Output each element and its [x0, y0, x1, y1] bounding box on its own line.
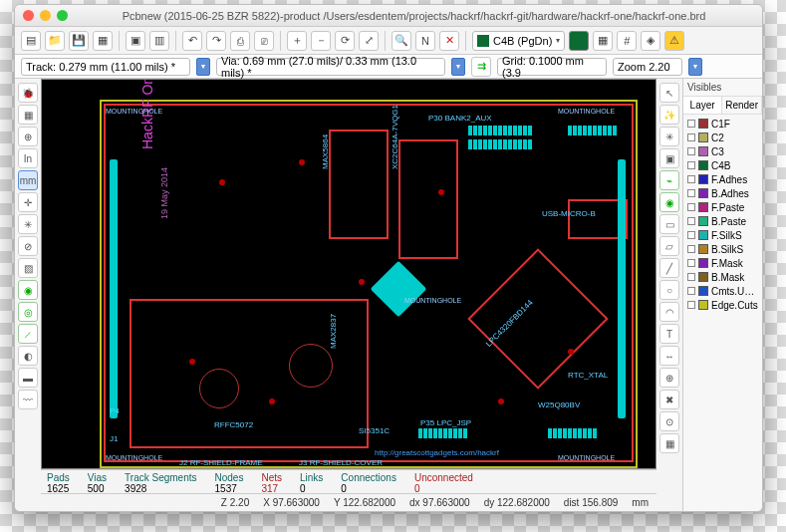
layer-color-swatch[interactable] [698, 133, 708, 142]
minimize-button[interactable] [40, 10, 51, 21]
layer-row-c2[interactable]: C2 [685, 131, 760, 144]
layer-row-b-paste[interactable]: B.Paste [685, 214, 760, 228]
layer-manager-icon[interactable] [569, 31, 589, 51]
page-settings-icon[interactable]: ▦ [93, 31, 113, 51]
layer-checkbox[interactable] [687, 175, 695, 183]
units-mm-icon[interactable]: mm [18, 170, 38, 190]
polar-icon[interactable]: ⊕ [18, 127, 38, 146]
layer-color-swatch[interactable] [698, 300, 708, 310]
save-icon[interactable]: 💾 [69, 31, 89, 51]
new-icon[interactable]: ▤ [21, 31, 41, 51]
layer-row-edge-cuts[interactable]: Edge.Cuts [685, 298, 760, 312]
add-zone-icon[interactable]: ▭ [659, 214, 679, 234]
add-via-icon[interactable]: ◉ [659, 192, 679, 212]
find-icon[interactable]: 🔍 [392, 31, 411, 51]
show-zones-icon[interactable]: ▨ [18, 258, 38, 278]
grid-select[interactable]: Grid: 0.1000 mm (3.9 [497, 58, 607, 76]
pad-fill-icon[interactable]: ◉ [18, 280, 38, 300]
units-in-icon[interactable]: In [18, 148, 38, 168]
layer-color-swatch[interactable] [698, 272, 708, 282]
grid-origin-icon[interactable]: ◈ [641, 31, 660, 51]
close-button[interactable] [23, 10, 34, 21]
layer-row-b-adhes[interactable]: B.Adhes [685, 186, 760, 200]
layer-checkbox[interactable] [687, 133, 695, 141]
track-width-select[interactable]: Track: 0.279 mm (11.00 mils) * [21, 58, 190, 76]
layer-select[interactable]: C4B (PgDn) ▾ [472, 31, 565, 51]
layer-row-f-adhes[interactable]: F.Adhes [685, 172, 760, 186]
highlight-net-icon[interactable]: ✨ [659, 105, 679, 125]
via-fill-icon[interactable]: ◎ [18, 302, 38, 322]
window-titlebar[interactable]: Pcbnew (2015-06-25 BZR 5822)-product /Us… [15, 5, 762, 27]
add-module-icon[interactable]: ▣ [659, 148, 679, 168]
cursor-icon[interactable]: ↖ [659, 83, 679, 103]
layer-checkbox[interactable] [687, 259, 695, 267]
layer-color-swatch[interactable] [698, 160, 708, 170]
layer-color-swatch[interactable] [698, 202, 708, 212]
zoom-select[interactable]: Zoom 2.20 [613, 58, 682, 76]
layer-color-swatch[interactable] [698, 146, 708, 156]
mw-toolbar-icon[interactable]: 〰 [18, 390, 38, 409]
layer-checkbox[interactable] [687, 147, 695, 155]
pcb-canvas[interactable]: HackRF One 19 May 2014 P30 BANK2_AUX USB… [41, 79, 656, 469]
auto-track-icon[interactable]: ⇉ [471, 57, 491, 77]
layer-color-swatch[interactable] [698, 230, 708, 240]
add-keepout-icon[interactable]: ▱ [659, 236, 679, 256]
layer-row-f-silks[interactable]: F.SilkS [685, 228, 760, 242]
layer-checkbox[interactable] [687, 217, 695, 225]
zoomfit-icon[interactable]: ⤢ [359, 31, 379, 51]
layer-row-c1f[interactable]: C1F [685, 117, 760, 131]
layer-checkbox[interactable] [687, 203, 695, 211]
plot-icon[interactable]: ⎚ [254, 31, 274, 51]
mode-footprint-icon[interactable]: ▦ [593, 31, 613, 51]
grid-toggle-icon[interactable]: ▦ [18, 105, 38, 125]
layer-color-swatch[interactable] [698, 286, 708, 296]
add-text-icon[interactable]: T [659, 324, 679, 344]
layer-checkbox[interactable] [687, 231, 695, 239]
route-track-icon[interactable]: ⌁ [659, 170, 679, 190]
track-dd-icon[interactable]: ▾ [196, 58, 210, 76]
layer-checkbox[interactable] [687, 189, 695, 197]
zoom-button[interactable] [57, 10, 68, 21]
scripting-icon[interactable]: ⚠ [664, 31, 684, 51]
layer-row-f-paste[interactable]: F.Paste [685, 200, 760, 214]
zoomredraw-icon[interactable]: ⟳ [335, 31, 355, 51]
autodelete-icon[interactable]: ⊘ [18, 236, 38, 256]
layer-checkbox[interactable] [687, 161, 695, 169]
layer-row-f-mask[interactable]: F.Mask [685, 256, 760, 270]
mode-track-icon[interactable]: # [617, 31, 637, 51]
layer-checkbox[interactable] [687, 287, 695, 295]
layer-row-cmts-user[interactable]: Cmts.User [685, 284, 760, 298]
layer-row-c4b[interactable]: C4B [685, 158, 760, 172]
layer-checkbox[interactable] [687, 301, 695, 309]
layer-row-b-silks[interactable]: B.SilkS [685, 242, 760, 256]
zoomin-icon[interactable]: ＋ [287, 31, 307, 51]
layer-checkbox[interactable] [687, 273, 695, 281]
layer-checkbox[interactable] [687, 245, 695, 253]
local-ratsnest-icon[interactable]: ✳ [659, 127, 679, 146]
delete-icon[interactable]: ✖ [659, 390, 679, 409]
layer-color-swatch[interactable] [698, 188, 708, 198]
undo-icon[interactable]: ↶ [182, 31, 202, 51]
print-icon[interactable]: ⎙ [230, 31, 250, 51]
layer-color-swatch[interactable] [698, 216, 708, 226]
zoom-dd-icon[interactable]: ▾ [688, 58, 702, 76]
layer-color-swatch[interactable] [698, 174, 708, 184]
layer-checkbox[interactable] [687, 120, 695, 128]
open-icon[interactable]: 📁 [45, 31, 65, 51]
module-editor-icon[interactable]: ▣ [126, 31, 145, 51]
tab-layer[interactable]: Layer [683, 97, 722, 114]
contrast-icon[interactable]: ◐ [18, 346, 38, 366]
cursor-shape-icon[interactable]: ✛ [18, 192, 38, 212]
layer-row-b-mask[interactable]: B.Mask [685, 270, 760, 284]
add-line-icon[interactable]: ╱ [659, 258, 679, 278]
add-target-icon[interactable]: ⊕ [659, 368, 679, 388]
module-viewer-icon[interactable]: ▥ [149, 31, 169, 51]
add-arc-icon[interactable]: ◠ [659, 302, 679, 322]
redo-icon[interactable]: ↷ [206, 31, 226, 51]
tab-render[interactable]: Render [722, 97, 762, 114]
offset-icon[interactable]: ⊙ [659, 411, 679, 431]
add-circle-icon[interactable]: ○ [659, 280, 679, 300]
layer-color-swatch[interactable] [698, 119, 708, 129]
layer-color-swatch[interactable] [698, 244, 708, 254]
via-dd-icon[interactable]: ▾ [451, 58, 465, 76]
